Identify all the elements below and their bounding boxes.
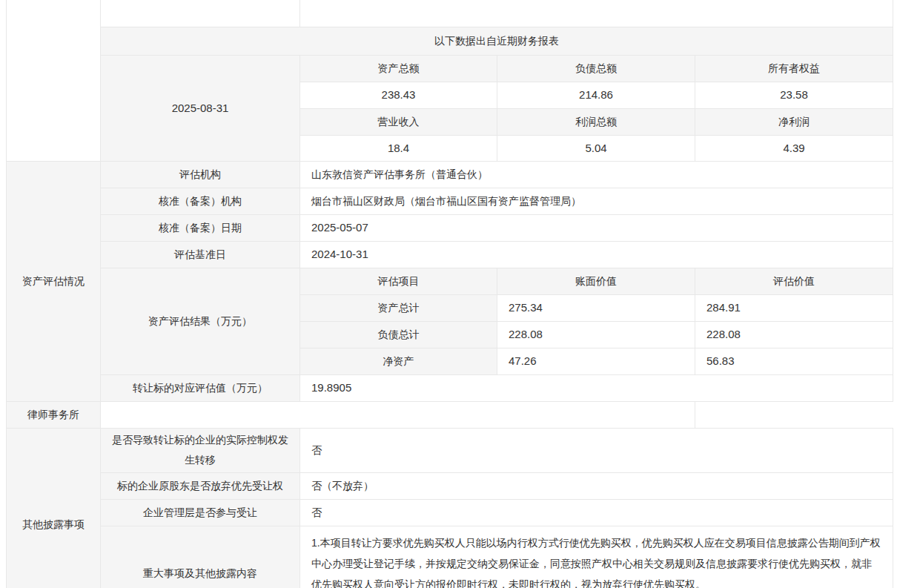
- report-date-cell: 2025-08-31: [101, 55, 300, 161]
- table-row: 企业管理层是否参与受让 否: [7, 499, 893, 526]
- row-label: 核准（备案）日期: [101, 214, 300, 241]
- table-row: 资产评估结果（万元） 评估项目 账面价值 评估价值: [7, 268, 893, 294]
- table-row: 律师事务所: [7, 401, 893, 428]
- row-label: 转让标的对应评估值（万元）: [101, 374, 300, 401]
- fin-metric-value: 5.04: [497, 135, 695, 161]
- row-label: 标的企业原股东是否放弃优先受让权: [101, 472, 300, 499]
- row-value: 否: [300, 428, 893, 472]
- result-item-assessed: 284.91: [695, 294, 893, 321]
- row-value: 烟台市福山区财政局（烟台市福山区国有资产监督管理局）: [300, 188, 893, 214]
- table-row: 转让标的对应评估值（万元） 19.8905: [7, 374, 893, 401]
- fin-metric-label: 净利润: [695, 108, 893, 135]
- financial-note: 以下数据出自近期财务报表: [101, 27, 893, 55]
- table-row: 评估基准日 2024-10-31: [7, 241, 893, 268]
- row-label-eval-result: 资产评估结果（万元）: [101, 268, 300, 374]
- result-item-assessed: 228.08: [695, 321, 893, 348]
- fin-metric-label: 利润总额: [497, 108, 695, 135]
- row-label: 是否导致转让标的企业的实际控制权发生转移: [101, 428, 300, 472]
- row-value: 19.8905: [300, 374, 893, 401]
- disclosure-table: 以下数据出自近期财务报表 2025-08-31 资产总额 负债总额 所有者权益 …: [6, 0, 893, 588]
- result-item-book: 275.34: [497, 294, 695, 321]
- fin-metric-value: 238.43: [300, 82, 497, 108]
- fin-metric-label: 所有者权益: [695, 55, 893, 82]
- section-cell-evaluation: 资产评估情况: [7, 161, 101, 401]
- row-value: 2024-10-31: [300, 241, 893, 268]
- fin-metric-value: 214.86: [497, 82, 695, 108]
- table-row: 资产评估情况 评估机构 山东敦信资产评估事务所（普通合伙）: [7, 161, 893, 188]
- result-item-book: 228.08: [497, 321, 695, 348]
- fin-metric-value: 18.4: [300, 135, 497, 161]
- row-value: 2025-05-07: [300, 214, 893, 241]
- table-row: 其他披露事项 是否导致转让标的企业的实际控制权发生转移 否: [7, 428, 893, 472]
- table-row: 标的企业原股东是否放弃优先受让权 否（不放弃）: [7, 472, 893, 499]
- table-row: 核准（备案）日期 2025-05-07: [7, 214, 893, 241]
- table-row: [7, 0, 893, 27]
- row-value: 否: [300, 499, 893, 526]
- fin-metric-label: 资产总额: [300, 55, 497, 82]
- cropped-cell: [300, 0, 893, 27]
- table-row: 以下数据出自近期财务报表: [7, 27, 893, 55]
- section-cell-other: 其他披露事项: [7, 428, 101, 588]
- row-value-law-firm: [101, 401, 695, 428]
- fin-metric-label: 营业收入: [300, 108, 497, 135]
- table-row: 2025-08-31 资产总额 负债总额 所有者权益: [7, 55, 893, 82]
- table-row: 核准（备案）机构 烟台市福山区财政局（烟台市福山区国有资产监督管理局）: [7, 188, 893, 214]
- fin-metric-value: 23.58: [695, 82, 893, 108]
- row-label: 核准（备案）机构: [101, 188, 300, 214]
- result-item-assessed: 56.83: [695, 348, 893, 374]
- row-label: 评估基准日: [101, 241, 300, 268]
- cropped-cell: [101, 0, 300, 27]
- row-value: 山东敦信资产评估事务所（普通合伙）: [300, 161, 893, 188]
- row-value: 否（不放弃）: [300, 472, 893, 499]
- row-value-major-items: 1.本项目转让方要求优先购买权人只能以场内行权方式行使优先购买权，优先购买权人应…: [300, 526, 893, 588]
- major-items-paragraph: 1.本项目转让方要求优先购买权人只能以场内行权方式行使优先购买权，优先购买权人应…: [311, 532, 881, 588]
- fin-metric-label: 负债总额: [497, 55, 695, 82]
- section-cell-financial: [7, 0, 101, 161]
- row-label: 企业管理层是否参与受让: [101, 499, 300, 526]
- result-item-name: 资产总计: [300, 294, 497, 321]
- table-row: 重大事项及其他披露内容 1.本项目转让方要求优先购买权人只能以场内行权方式行使优…: [7, 526, 893, 588]
- result-header-cell: 账面价值: [497, 268, 695, 294]
- row-label: 律师事务所: [7, 401, 101, 428]
- fin-metric-value: 4.39: [695, 135, 893, 161]
- row-label: 评估机构: [101, 161, 300, 188]
- result-item-name: 净资产: [300, 348, 497, 374]
- result-item-name: 负债总计: [300, 321, 497, 348]
- result-item-book: 47.26: [497, 348, 695, 374]
- result-header-cell: 评估价值: [695, 268, 893, 294]
- row-label: 重大事项及其他披露内容: [101, 526, 300, 588]
- result-header-cell: 评估项目: [300, 268, 497, 294]
